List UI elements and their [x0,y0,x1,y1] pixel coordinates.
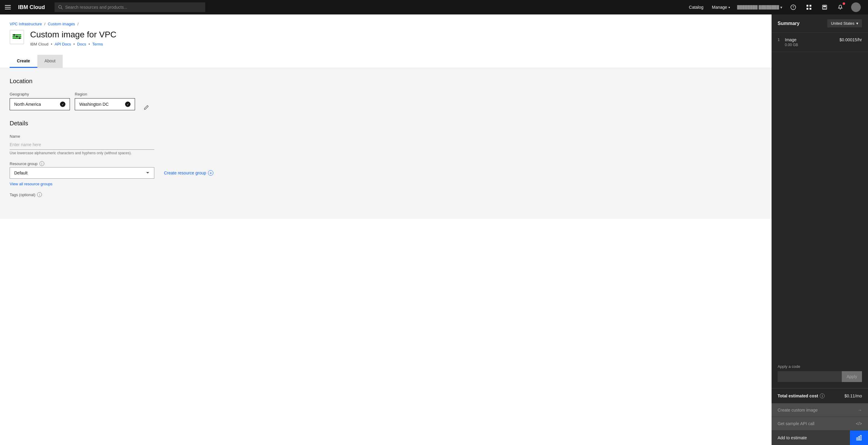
svg-rect-26 [858,437,860,440]
svg-rect-7 [807,5,808,7]
add-to-estimate-row: Add to estimate [772,430,868,445]
name-hint: Use lowercase alphanumeric characters an… [10,151,762,155]
page-header: VPC Infrastructure / Custom images / [0,14,772,68]
resource-group-label: Resource group [10,161,38,166]
page-title: Custom image for VPC [30,30,116,39]
meta-brand: IBM Cloud [30,42,49,46]
tags-label: Tags (optional) [10,193,35,197]
svg-rect-12 [823,6,826,7]
resource-group-row: Default Create resource group + [10,167,762,179]
geography-select[interactable]: North America ✓ [10,98,70,110]
tabs: Create About [10,55,762,68]
edit-location-btn[interactable] [144,105,149,110]
apply-code-row: Apply [778,371,862,382]
apply-code-label: Apply a code [778,364,862,369]
svg-rect-27 [860,435,861,440]
total-cost-value: $0.11/mo [844,393,862,398]
summary-header: Summary United States ▾ [772,14,868,33]
avatar[interactable] [849,0,863,14]
details-title: Details [10,120,762,127]
region-value: Washington DC [79,102,109,107]
tags-info-icon[interactable]: i [37,192,42,197]
geography-value: North America [14,102,41,107]
tags-label-row: Tags (optional) i [10,192,762,197]
geography-check-icon: ✓ [60,101,65,107]
calculator-icon-btn[interactable] [817,0,832,14]
get-api-call-button[interactable]: Get sample API call </> [772,417,868,430]
region-select[interactable]: Washington DC ✓ [75,98,135,110]
region-label: Region [75,92,135,96]
svg-rect-8 [809,5,811,7]
summary-item-sub: 0.00 GB [785,43,862,47]
manage-link[interactable]: Manage ▾ [708,0,734,14]
resource-group-info-icon[interactable]: i [39,161,44,166]
bell-icon [838,4,843,10]
main-wrapper: VPC Infrastructure / Custom images / [0,14,868,445]
resource-group-group: Resource group i Default Create resource… [10,161,762,186]
svg-point-22 [13,34,15,36]
tab-create[interactable]: Create [10,55,37,68]
nav-right: Catalog Manage ▾ ████████ ████████ ▾ ? [685,0,863,14]
name-input[interactable] [10,140,154,150]
summary-title: Summary [778,21,800,26]
breadcrumb-sep-2: / [78,22,79,26]
summary-item: 1 Image $0.00015/hr 0.00 GB [772,33,868,52]
add-to-estimate-button[interactable]: Add to estimate [772,431,850,445]
form-area: Location Geography North America ✓ Regio… [0,68,772,219]
search-bar[interactable] [55,2,205,12]
help-icon-btn[interactable]: ? [786,0,801,14]
search-input[interactable] [65,5,202,10]
breadcrumb-custom-images-link[interactable]: Custom images [48,22,75,26]
account-label: ████████ ████████ [737,5,779,9]
top-navigation: IBM Cloud Catalog Manage ▾ ████████ ████… [0,0,868,14]
total-cost-info-icon[interactable]: i [820,393,825,398]
location-dropdown[interactable]: United States ▾ [827,19,862,27]
region-group: Region Washington DC ✓ [75,92,135,110]
resource-group-select[interactable]: Default [10,167,154,179]
notification-badge [843,2,845,5]
resource-group-value: Default [14,170,27,176]
resource-group-label-row: Resource group i [10,161,762,166]
svg-rect-0 [5,5,11,6]
account-chevron-icon: ▾ [780,5,782,10]
content-area: VPC Infrastructure / Custom images / [0,14,772,445]
view-all-resource-groups-link[interactable]: View all resource groups [10,182,762,186]
details-section: Details Name Use lowercase alphanumeric … [10,120,762,197]
name-group: Name Use lowercase alphanumeric characte… [10,134,762,155]
name-label: Name [10,134,762,138]
page-header-text: Custom image for VPC IBM Cloud • API Doc… [30,30,116,51]
search-icon [58,5,63,10]
tab-about[interactable]: About [37,55,63,68]
menu-icon[interactable] [5,4,11,10]
create-resource-group-link[interactable]: Create resource group + [164,170,213,176]
switcher-icon-btn[interactable] [802,0,816,14]
manage-chevron-icon: ▾ [728,6,730,9]
help-icon: ? [790,4,796,10]
breadcrumb: VPC Infrastructure / Custom images / [10,22,762,26]
svg-rect-10 [809,8,811,10]
account-selector[interactable]: ████████ ████████ ▾ [735,0,785,14]
summary-spacer [772,52,868,358]
add-to-estimate-icon-button[interactable] [850,431,868,445]
brand-name: IBM Cloud [18,4,45,10]
terms-link[interactable]: Terms [92,42,103,46]
docs-link[interactable]: Docs [77,42,86,46]
total-cost-label: Total estimated cost [778,393,818,398]
product-logo [10,30,24,44]
notifications-icon-btn[interactable] [833,0,847,14]
summary-item-name: Image [785,37,797,42]
svg-rect-25 [857,438,858,440]
svg-text:?: ? [792,6,794,9]
catalog-link[interactable]: Catalog [685,0,707,14]
apply-code-button[interactable]: Apply [842,371,862,382]
promo-code-input[interactable] [778,371,842,382]
breadcrumb-vpc-link[interactable]: VPC Infrastructure [10,22,42,26]
location-title: Location [10,78,762,85]
api-docs-link[interactable]: API Docs [55,42,71,46]
location-row: Geography North America ✓ Region Washing… [10,92,762,110]
location-value: United States [831,21,855,26]
create-custom-image-button[interactable]: Create custom image → [772,403,868,417]
svg-rect-1 [5,7,11,7]
location-section: Location Geography North America ✓ Regio… [10,78,762,110]
region-check-icon: ✓ [125,101,130,107]
